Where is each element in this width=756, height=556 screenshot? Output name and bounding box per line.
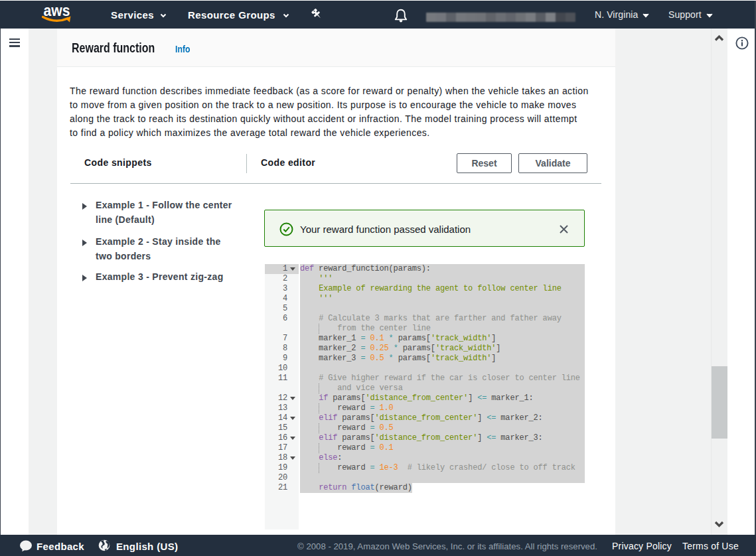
svg-text:aws: aws	[44, 4, 70, 19]
